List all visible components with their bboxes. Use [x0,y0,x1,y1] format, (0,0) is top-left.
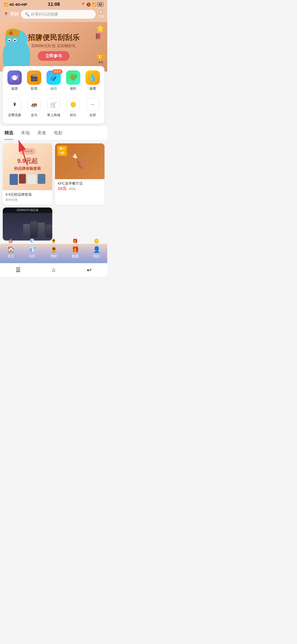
tab-meishi[interactable]: 美食 [37,126,46,140]
location-icon: 📍 [81,2,85,7]
banner-deco: ⭐ [96,25,105,32]
movie-silhouettes [23,221,52,238]
network-type2: 4G+HP [15,2,27,7]
quick-actions-card: 🍽️ 饭票 🎬 影票 🧳 滴滴券 出行 💚 便民 💧 [3,66,105,124]
shangcheng-icon-item[interactable]: 🛒 掌上商城 [45,98,62,118]
icon-row-2: ¥ 话费流量 🦛 盒马 🛒 掌上商城 🪙 积分 ··· 全部 [3,98,105,121]
bianmin-label: 便民 [70,86,76,91]
menu-button[interactable]: ☰ [16,267,21,273]
quanbu-icon-item[interactable]: ··· 全部 [84,98,101,118]
kfc-card[interactable]: 周三 5折 🍗 KFC龙亭餐厅店 10元 20元 [55,143,105,205]
deal-line2: 5折 [59,151,65,155]
kfc-title: KFC龙亭餐厅店 [58,181,102,186]
product-subtitle: 限时特惠 [6,198,50,202]
movie-card[interactable]: 2DIMAX/中国巨幕 [3,208,52,241]
kfc-price: 10元 [58,186,67,191]
nav-decos: ⛵ 💎 🌻 🎁 🪙 [0,238,107,244]
nav-life-label: 生活 [72,254,78,259]
banner-content: 招牌便民刮刮乐 刮8888元红包 兑实物好礼 立即参与 [28,33,80,61]
quanbu-icon: ··· [86,98,99,111]
jiaofei-label: 缴费 [89,86,96,91]
status-bar: 📶 4G 4G+HP 11:08 📍 🔕 📶 52 [0,0,107,8]
jifen-icon-item[interactable]: 🪙 积分 [65,98,81,118]
kfc-food-icon: 🍗 [72,154,88,169]
fanpiao-icon-item[interactable]: 🍽️ 饭票 [6,70,23,91]
home-icon: 🏠 [7,246,15,253]
nav-home-label: 首页 [7,254,14,259]
chuxing-label: 出行 [50,86,57,91]
nav-community[interactable]: 💎 社区 [29,246,36,259]
banner-deco3: 🏆 [96,54,106,63]
bianmin-icon-item[interactable]: 💚 便民 [65,70,81,91]
nav-life[interactable]: 🎁 生活 [72,246,79,259]
nav-deco-gift: 🎁 [72,238,78,244]
fanpiao-icon: 🍽️ [7,70,22,85]
nav-finance[interactable]: 🌻 理财 [50,246,57,259]
pin-icon: 📍 [3,12,9,17]
yingpiao-icon-item[interactable]: 🎬 影票 [26,70,42,91]
chuxing-icon-item[interactable]: 🧳 滴滴券 出行 [45,70,62,91]
icon-row-1: 🍽️ 饭票 🎬 影票 🧳 滴滴券 出行 💚 便民 💧 [3,70,105,94]
jiaofei-icon-item[interactable]: 💧 缴费 [84,70,101,91]
banner-subtitle: 刮8888元红包 兑实物好礼 [28,43,80,48]
movie-card-image: 2DIMAX/中国巨幕 [3,208,52,241]
battery-icon: 52 [97,2,103,7]
mute-icon: 🔕 [86,2,91,7]
tab-bendi[interactable]: 本地 [21,126,30,140]
product-title: 9.9元秒品牌套装 [6,192,50,197]
network-icon2: 📶 [92,2,96,7]
life-icon: 🎁 [72,246,79,253]
hema-icon-item[interactable]: 🦛 盒马 [26,98,42,118]
yingpiao-label: 影票 [31,86,37,91]
kfc-orig-price: 20元 [69,187,76,191]
nav-deco-coin: 🪙 [94,238,99,244]
product-items [10,174,45,185]
nav-home[interactable]: 🏠 首页 [7,246,15,259]
mine-icon: 👤 [93,246,100,253]
search-bar[interactable]: 🔍 好看好玩还能赚 [21,10,96,19]
header: 📍 开封 🔍 好看好玩还能赚 📋 订单 [0,8,107,22]
clock: 11:08 [48,2,60,7]
banner-deco2: 📕 [95,33,102,40]
order-label: 订单 [98,14,104,18]
shangcheng-label: 掌上商城 [47,113,60,118]
network-type: 4G [9,2,14,7]
nav-finance-label: 理财 [50,254,57,259]
status-right: 📍 🔕 📶 52 [81,2,103,7]
limited-badge: 限时特惠 [20,149,35,154]
home-button[interactable]: ⌂ [52,267,55,273]
tab-dianying[interactable]: 电影 [54,126,63,140]
status-left: 📶 4G 4G+HP [4,2,27,7]
kfc-price-row: 10元 20元 [58,186,102,191]
product-card[interactable]: 限时特惠 9.9元起 秒品牌体验套装 9.9元秒品牌套装 限时特惠 [3,143,52,205]
nav-mine-label: 我的 [93,254,100,259]
cards-grid: 限时特惠 9.9元起 秒品牌体验套装 9.9元秒品牌套装 限时特惠 周三 5折 … [0,140,107,244]
product-card-info: 9.9元秒品牌套装 限时特惠 [3,190,52,205]
back-button[interactable]: ↩ [87,267,92,273]
movie-badge: 2DIMAX/中国巨幕 [3,208,52,213]
location-button[interactable]: 📍 开封 [3,12,19,17]
nav-community-label: 社区 [29,254,35,259]
bottom-nav: ⛵ 💎 🌻 🎁 🪙 🏠 首页 💎 社区 🌻 理财 🎁 生活 👤 我的 [0,244,107,263]
tabs-row: 精选 本地 美食 电影 [0,126,107,140]
product-price-big: 9.9元起 [17,157,38,165]
kfc-card-image: 周三 5折 🍗 [55,143,105,179]
system-nav: ☰ ⌂ ↩ [0,263,107,277]
divider [6,94,101,95]
kfc-card-info: KFC龙亭餐厅店 10元 20元 [55,179,105,194]
order-icon: 📋 [99,10,103,14]
jiaofei-icon: 💧 [86,70,100,85]
bianmin-icon: 💚 [66,70,80,85]
product-desc: 秒品牌体验套装 [14,166,41,171]
huafei-icon: ¥ [8,98,21,111]
tab-jingxuan[interactable]: 精选 [4,126,13,140]
chuxing-badge: 滴滴券 [52,69,62,74]
order-button[interactable]: 📋 订单 [98,10,104,18]
huafei-label: 话费流量 [8,113,21,118]
banner-button[interactable]: 立即参与 [38,51,70,61]
nav-mine[interactable]: 👤 我的 [93,246,100,259]
chuxing-icon: 🧳 滴滴券 [46,70,61,85]
quanbu-label: 全部 [89,113,96,118]
banner: 🍊 🍓 招牌便民刮刮乐 刮8888元红包 兑实物好礼 立即参与 ⭐ 📕 🏆 [0,22,107,72]
huafei-icon-item[interactable]: ¥ 话费流量 [6,98,23,118]
